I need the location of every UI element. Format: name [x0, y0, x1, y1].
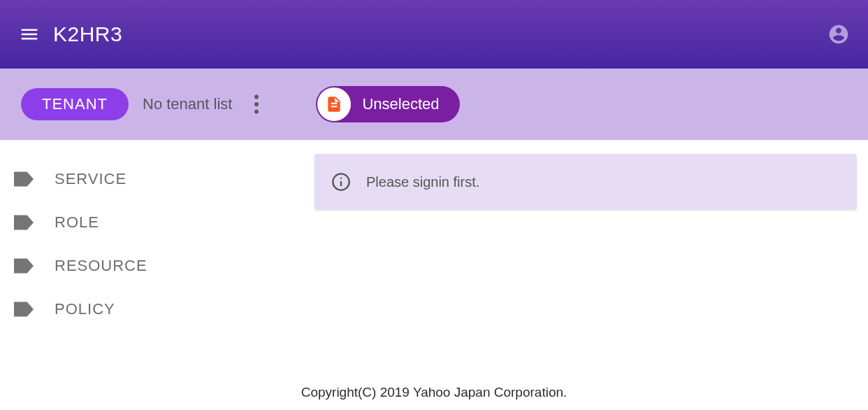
- label-icon: [14, 258, 34, 274]
- document-icon: [317, 87, 351, 121]
- label-icon: [14, 302, 34, 317]
- label-icon: [14, 171, 34, 187]
- unselected-chip[interactable]: Unselected: [316, 86, 460, 122]
- footer: Copyright(C) 2019 Yahoo Japan Corporatio…: [0, 375, 868, 410]
- main-area: SERVICE ROLE RESOURCE POLICY Please si: [0, 140, 868, 375]
- info-icon: [331, 172, 351, 192]
- svg-point-1: [254, 102, 259, 106]
- toolbar: TENANT No tenant list Unselected: [0, 69, 868, 140]
- svg-point-0: [254, 95, 259, 99]
- sidebar-item-role[interactable]: ROLE: [0, 201, 314, 244]
- info-card: Please signin first.: [314, 154, 857, 210]
- header-left: K2HR3: [17, 22, 122, 47]
- sidebar-item-service[interactable]: SERVICE: [0, 157, 314, 201]
- svg-point-2: [254, 110, 259, 114]
- tenant-status: No tenant list: [143, 95, 232, 113]
- sidebar-item-resource[interactable]: RESOURCE: [0, 244, 314, 288]
- label-icon: [14, 215, 34, 230]
- svg-point-5: [340, 178, 342, 179]
- sidebar-item-label: POLICY: [55, 300, 115, 318]
- account-icon[interactable]: [826, 22, 851, 47]
- app-title: K2HR3: [53, 22, 122, 46]
- content-area: Please signin first.: [314, 140, 868, 375]
- sidebar-item-label: SERVICE: [55, 170, 126, 188]
- menu-icon[interactable]: [17, 22, 42, 47]
- copyright-text: Copyright(C) 2019 Yahoo Japan Corporatio…: [301, 385, 567, 400]
- app-header: K2HR3: [0, 0, 868, 69]
- tenant-chip[interactable]: TENANT: [21, 88, 129, 120]
- sidebar-item-label: RESOURCE: [55, 257, 147, 275]
- more-vert-icon[interactable]: [246, 90, 267, 118]
- sidebar-item-label: ROLE: [55, 213, 99, 232]
- sidebar: SERVICE ROLE RESOURCE POLICY: [0, 140, 314, 375]
- info-message: Please signin first.: [366, 174, 479, 190]
- sidebar-item-policy[interactable]: POLICY: [0, 288, 314, 331]
- unselected-label: Unselected: [362, 95, 439, 113]
